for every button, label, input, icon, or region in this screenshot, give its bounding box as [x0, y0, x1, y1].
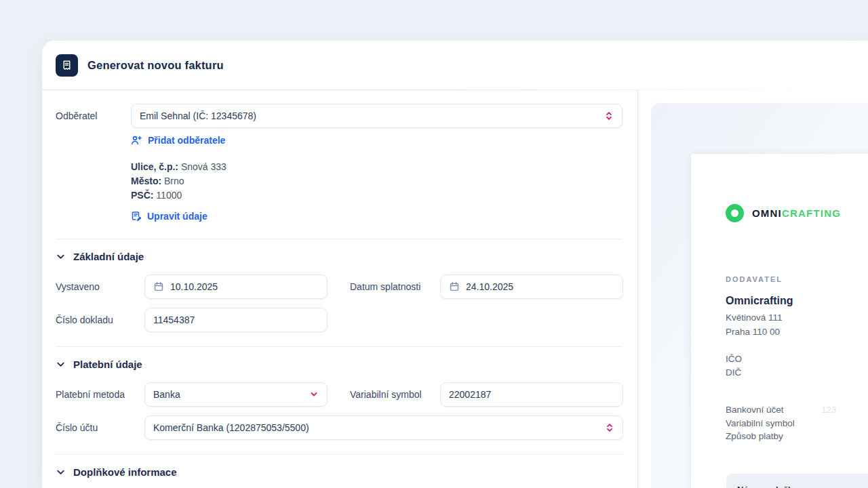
edit-customer-link[interactable]: Upravit údaje: [131, 211, 208, 222]
address-line: Ulice, č.p.: Snová 333: [131, 160, 637, 174]
issued-label: Vystaveno: [56, 281, 144, 292]
customer-select-value: Emil Sehnal (IČ: 12345678): [140, 110, 604, 121]
invoice-form: Odběratel Emil Sehnal (IČ: 12345678): [42, 90, 637, 488]
chevron-down-icon: [56, 251, 66, 262]
preview-background: OMNICRAFTING DODAVATEL Omnicrafting Květ…: [651, 103, 868, 488]
add-customer-link[interactable]: Přidat odběratele: [131, 135, 225, 146]
bank-account-line: Bankovní účet 123: [726, 403, 868, 417]
invoice-modal: Generovat novou fakturu Odběratel Emil S…: [42, 41, 868, 488]
supplier-heading: DODAVATEL: [691, 275, 868, 283]
section-divider: [56, 454, 623, 455]
issued-date-input[interactable]: 10.10.2025: [144, 274, 328, 299]
customer-label: Odběratel: [56, 110, 131, 121]
supplier-logo: OMNICRAFTING: [691, 204, 868, 222]
chevron-down-icon: [56, 359, 66, 369]
edit-customer-label: Upravit údaje: [147, 211, 208, 222]
logo-ring-icon: [726, 204, 744, 222]
due-date-input[interactable]: 24.10.2025: [440, 274, 623, 299]
section-basic-toggle[interactable]: Základní údaje: [56, 251, 637, 262]
section-payment-toggle[interactable]: Platební údaje: [56, 359, 637, 370]
variable-symbol-value: 22002187: [449, 389, 614, 400]
account-select-value: Komerční Banka (1202875053/5500): [153, 422, 605, 433]
chevron-down-icon: [309, 390, 319, 399]
payment-method-value: Banka: [153, 389, 309, 400]
section-payment-title: Platební údaje: [73, 359, 142, 370]
address-line: Město: Brno: [131, 174, 637, 188]
customer-select[interactable]: Emil Sehnal (IČ: 12345678): [131, 104, 623, 128]
logo-wordmark: OMNICRAFTING: [752, 207, 841, 219]
doc-number-input[interactable]: 11454387: [144, 308, 328, 332]
due-date-value: 24.10.2025: [466, 281, 614, 292]
variable-symbol-input[interactable]: 22002187: [440, 382, 623, 407]
column-item-name: Název položky: [737, 485, 798, 488]
section-additional-toggle[interactable]: Doplňkové informace: [56, 466, 637, 478]
invoice-preview-panel: OMNICRAFTING DODAVATEL Omnicrafting Květ…: [637, 90, 868, 488]
supplier-name: Omnicrafting: [691, 295, 868, 307]
address-line: PSČ: 11000: [131, 188, 637, 203]
customer-row: Odběratel Emil Sehnal (IČ: 12345678): [56, 104, 637, 128]
person-add-icon: [131, 135, 142, 146]
chevron-up-down-icon: [605, 422, 614, 433]
doc-number-value: 11454387: [153, 314, 319, 325]
doc-number-label: Číslo dokladu: [56, 314, 144, 325]
invoice-icon: [56, 54, 78, 77]
supplier-dic-label: DIČ: [726, 366, 868, 380]
payment-method-line: Způsob platby: [726, 430, 868, 443]
calendar-icon: [153, 281, 164, 292]
due-label: Datum splatnosti: [350, 281, 440, 292]
variable-symbol-label: Variabilní symbol: [350, 389, 440, 400]
variable-symbol-line: Variabilní symbol: [726, 417, 868, 430]
document-edit-icon: [131, 211, 142, 222]
add-customer-label: Přidat odběratele: [148, 135, 225, 146]
issued-date-value: 10.10.2025: [170, 281, 319, 292]
section-divider: [56, 346, 623, 347]
bank-account-value: 123: [821, 403, 837, 417]
invoice-preview-card: OMNICRAFTING DODAVATEL Omnicrafting Květ…: [691, 154, 868, 488]
page-title: Generovat novou fakturu: [87, 59, 224, 72]
section-divider: [56, 239, 623, 239]
account-select[interactable]: Komerční Banka (1202875053/5500): [144, 415, 623, 440]
calendar-icon: [449, 281, 460, 292]
section-basic-title: Základní údaje: [73, 251, 144, 262]
supplier-ico-label: IČO: [726, 352, 868, 366]
items-table-header: Název položky Množství: [726, 474, 868, 488]
payment-method-label: Platební metoda: [56, 389, 144, 400]
supplier-street: Květinová 111: [726, 310, 868, 325]
supplier-city: Praha 110 00: [726, 325, 868, 339]
payment-method-select[interactable]: Banka: [144, 382, 328, 407]
chevron-up-down-icon: [604, 110, 614, 121]
customer-address: Ulice, č.p.: Snová 333 Město: Brno PSČ: …: [131, 160, 637, 203]
chevron-down-icon: [56, 467, 66, 477]
section-additional-title: Doplňkové informace: [73, 466, 177, 478]
account-label: Číslo účtu: [56, 422, 144, 433]
modal-header: Generovat novou fakturu: [42, 41, 868, 89]
